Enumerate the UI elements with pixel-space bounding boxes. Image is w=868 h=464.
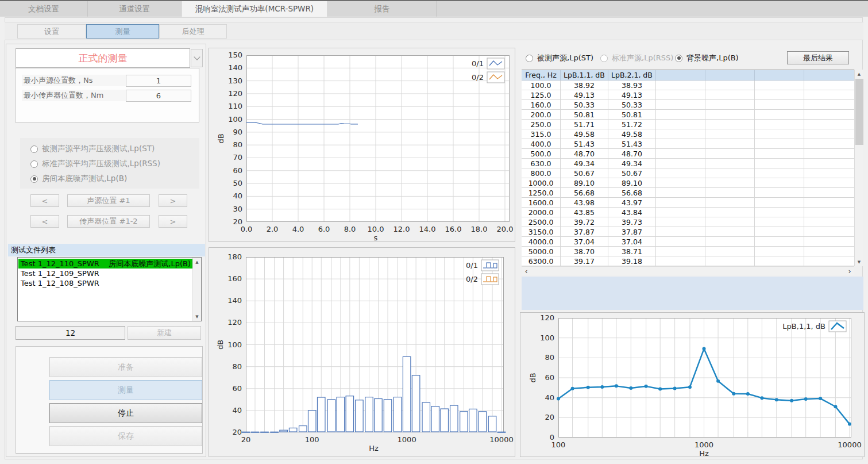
scroll-up-icon[interactable]: ▲ [193,258,201,266]
table-cell: 38.93 [608,80,656,90]
table-cell [755,198,804,208]
svg-text:0/1: 0/1 [472,59,484,68]
source-position-button[interactable]: 声源位置 #1 [67,194,150,207]
table-row[interactable]: 1000.089.1089.10 [522,178,854,188]
table-cell [755,120,804,129]
table-cell [755,217,804,227]
tab-label: 通道设置 [119,4,150,14]
table-row[interactable]: 3150.037.8737.87 [522,227,854,237]
scroll-down-icon[interactable]: ▼ [855,258,863,266]
tab-document-settings[interactable]: 文档设置 [0,1,87,17]
scrollbar-thumb[interactable] [855,79,863,145]
table-row[interactable]: 1250.056.6856.68 [522,188,854,198]
table-cell: 800.0 [522,168,561,178]
table-row[interactable]: 6300.039.1739.18 [522,256,854,266]
table-cell [656,237,705,247]
test-mode-option-background[interactable]: 房间本底噪声测试,Lp(B) [30,174,127,184]
table-row[interactable]: 200.050.8150.81 [522,110,854,120]
table-cell [755,139,804,149]
table-cell: 51.43 [561,139,608,149]
file-list-item[interactable]: Test 1_12_109_SPWR [18,269,192,278]
tab-channel-settings[interactable]: 通道设置 [87,1,181,17]
table-cell: 39.18 [608,256,656,266]
table-cell [705,198,755,208]
svg-text:80: 80 [545,353,554,362]
table-cell: 5000.0 [522,247,561,256]
table-cell [656,188,705,198]
table-row[interactable]: 2000.043.8543.84 [522,208,854,217]
measurement-mode-combo[interactable]: 正式的测量 [16,48,190,68]
scroll-up-icon[interactable]: ▲ [855,70,863,78]
table-row[interactable]: 800.050.6750.67 [522,168,854,178]
test-mode-option-st[interactable]: 被测声源平均声压级测试,Lp(ST) [30,144,155,154]
table-row[interactable]: 160.050.3350.33 [522,100,854,110]
radio-icon [526,55,533,62]
table-cell: 1250.0 [522,188,561,198]
table-hscrollbar[interactable]: ‹ › [522,266,854,275]
svg-text:60: 60 [545,373,554,382]
table-vscrollbar[interactable]: ▲ ▼ [854,70,863,266]
stop-button[interactable]: 停止 [49,403,202,423]
svg-text:60: 60 [233,166,242,175]
test-mode-option-rss[interactable]: 标准声源平均声压级测试,Lp(RSS) [30,159,160,169]
subtab-postprocess[interactable]: 后处理 [159,24,227,39]
min-source-positions-value[interactable]: 1 [126,75,191,87]
tab-mcr-spwr[interactable]: 混响室法测试声功率(MCR-SPWR) [181,1,327,17]
table-cell [804,149,854,159]
table-row[interactable]: 2500.039.7239.73 [522,217,854,227]
table-row[interactable]: 315.049.5849.58 [522,129,854,139]
svg-text:30: 30 [233,205,242,213]
source-option-rss[interactable]: 标准声源,Lp(RSS) [600,53,673,63]
table-row[interactable]: 1600.043.9843.97 [522,198,854,208]
table-row[interactable]: 500.048.7048.70 [522,149,854,159]
subtab-setup[interactable]: 设置 [17,24,86,39]
svg-text:160: 160 [227,274,242,283]
source-option-st[interactable]: 被测声源,Lp(ST) [526,53,593,63]
scroll-down-icon[interactable]: ▼ [193,312,201,321]
table-row[interactable]: 630.049.3449.34 [522,159,854,168]
table-row[interactable]: 125.049.1349.13 [522,90,854,100]
prepare-button[interactable]: 准备 [49,357,202,377]
results-table: Freq., HzLpB,1,1, dBLpB,2,1, dB 100.038.… [522,70,854,266]
save-button[interactable]: 保存 [49,426,202,446]
svg-text:0/2: 0/2 [466,275,478,283]
counter-button[interactable]: 12 [16,326,125,340]
min-mic-positions-value[interactable]: 6 [126,90,191,102]
table-row[interactable]: 5000.038.7038.71 [522,247,854,256]
measure-button[interactable]: 测量 [49,380,202,400]
table-row[interactable]: 250.051.7151.72 [522,120,854,129]
mic-pos-next-button[interactable]: > [159,215,187,228]
source-pos-prev-button[interactable]: < [30,194,59,207]
file-list-item[interactable]: Test 1_12_110_SPWR 房间本底噪声测试,Lp(B) [18,259,192,269]
file-list-item[interactable]: Test 1_12_108_SPWR [18,278,192,288]
tab-report[interactable]: 报告 [327,1,437,17]
source-pos-next-button[interactable]: > [159,194,187,207]
mic-position-button[interactable]: 传声器位置 #1-2 [67,215,150,228]
table-cell: 51.72 [608,120,656,129]
file-list-scrollbar[interactable]: ▲ ▼ [192,258,201,321]
table-cell [705,149,755,159]
table-row[interactable]: 4000.037.0437.04 [522,237,854,247]
svg-text:60: 60 [232,384,242,393]
final-result-button[interactable]: 最后结果 [787,51,849,64]
table-row[interactable]: 400.051.4351.43 [522,139,854,149]
scroll-left-icon[interactable]: ‹ [522,267,531,275]
combo-dropdown-button[interactable] [191,49,203,67]
table-cell [804,168,854,178]
table-cell [755,149,804,159]
svg-text:1000: 1000 [398,435,416,444]
table-cell: 500.0 [522,149,561,159]
next-icon: > [170,217,176,226]
table-row[interactable]: 100.038.9238.93 [522,80,854,90]
subtab-measure[interactable]: 测量 [86,24,159,39]
measurement-mode-value: 正式的测量 [79,52,128,65]
table-cell [804,247,854,256]
new-file-button[interactable]: 新建 [128,326,201,340]
mic-pos-prev-button[interactable]: < [30,215,59,228]
scroll-right-icon[interactable]: › [845,267,854,275]
svg-text:20.0: 20.0 [497,225,514,233]
source-option-background[interactable]: 背景噪声,Lp(B) [675,53,739,63]
table-cell: 630.0 [522,159,561,168]
svg-text:100: 100 [551,440,566,449]
file-list[interactable]: Test 1_12_110_SPWR 房间本底噪声测试,Lp(B)Test 1_… [17,257,202,321]
